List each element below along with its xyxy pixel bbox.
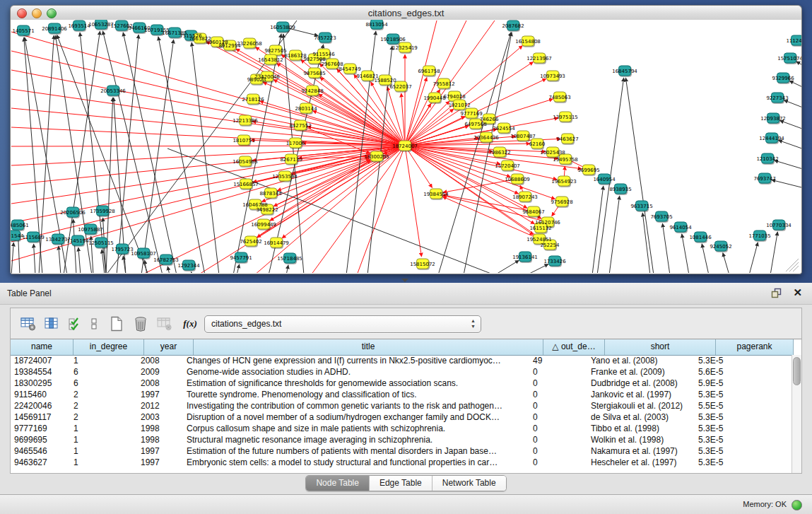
table-cell[interactable]: Nakamura et al. (1997) [587, 445, 695, 457]
table-cell[interactable]: 2 [70, 389, 137, 400]
vertical-scrollbar[interactable] [792, 355, 801, 473]
column-header-in_degree[interactable]: in_degree [73, 339, 144, 355]
table-row[interactable]: 1456911722003Disruption of a novel membe… [11, 411, 792, 423]
table-cell[interactable]: 2 [70, 400, 137, 411]
table-cell[interactable]: Investigating the contribution of common… [183, 400, 529, 411]
table-cell[interactable]: 5.5E-5 [695, 400, 769, 411]
column-header-title[interactable]: title [194, 339, 543, 355]
network-graph[interactable]: 1872400714055712089140616935141065328715… [11, 20, 801, 273]
table-cell[interactable]: 2003 [137, 411, 183, 423]
table-settings-icon[interactable] [19, 315, 37, 332]
close-panel-icon[interactable]: ✕ [793, 286, 802, 299]
table-cell[interactable]: Estimation of the future numbers of pati… [183, 445, 529, 457]
table-cell[interactable]: 5.3E-5 [695, 389, 769, 400]
table-cell[interactable]: 2008 [137, 378, 183, 389]
table-cell[interactable]: Changes of HCN gene expression and I(f) … [183, 355, 529, 366]
table-cell[interactable]: 6 [70, 366, 137, 378]
table-cell[interactable]: 1 [70, 457, 137, 468]
splitter-handle[interactable] [401, 279, 408, 282]
table-cell[interactable]: Jankovic et al. (1997) [587, 389, 695, 400]
table-cell[interactable]: Tourette syndrome. Phenomenology and cla… [183, 389, 529, 400]
table-cell[interactable]: 9465546 [11, 445, 70, 457]
table-cell[interactable]: 19384554 [11, 366, 70, 378]
table-row[interactable]: 946362711997Embryonic stem cells: a mode… [11, 457, 792, 468]
table-cell[interactable]: 0 [529, 445, 587, 457]
table-row[interactable]: 969969511998Structural magnetic resonanc… [11, 434, 792, 445]
table-cell[interactable]: 0 [529, 400, 587, 411]
table-cell[interactable]: 6 [70, 378, 137, 389]
table-cell[interactable]: 14569117 [11, 411, 70, 423]
table-cell[interactable]: 1 [70, 445, 137, 457]
table-cell[interactable]: Corpus callosum shape and size in male p… [183, 423, 529, 434]
table-selector-combobox[interactable]: citations_edges.txt ▲▼ [204, 315, 481, 333]
table-cell[interactable]: 5.9E-5 [695, 378, 769, 389]
table-cell[interactable]: 0 [529, 434, 587, 445]
table-row[interactable]: 1938455462009Genome-wide association stu… [11, 366, 792, 378]
table-cell[interactable]: Disruption of a novel member of a sodium… [183, 411, 529, 423]
float-panel-icon[interactable] [771, 288, 782, 299]
table-cell[interactable]: 22420046 [11, 400, 70, 411]
table-cell[interactable]: Estimation of significance thresholds fo… [183, 378, 529, 389]
table-cell[interactable]: 9777169 [11, 423, 70, 434]
table-cell[interactable]: 5.3E-5 [695, 423, 769, 434]
column-header-year[interactable]: year [144, 339, 194, 355]
table-cell[interactable]: 0 [529, 389, 587, 400]
table-cell[interactable]: Structural magnetic resonance image aver… [183, 434, 529, 445]
table-row[interactable]: 946554611997Estimation of the future num… [11, 445, 792, 457]
delete-table-icon[interactable] [131, 315, 150, 332]
table-cell[interactable]: 49 [529, 355, 587, 366]
table-cell[interactable]: 2008 [137, 355, 183, 366]
table-cell[interactable]: Embryonic stem cells: a model to study s… [183, 457, 529, 468]
table-cell[interactable]: Franke et al. (2009) [587, 366, 695, 378]
table-row[interactable]: 1830029562008Estimation of significance … [11, 378, 792, 389]
table-cell[interactable]: Hescheler et al. (1997) [587, 457, 695, 468]
table-cell[interactable]: 9115460 [11, 389, 70, 400]
table-cell[interactable]: Tibbo et al. (1998) [587, 423, 695, 434]
table-cell[interactable]: 5.6E-5 [695, 366, 769, 378]
scrollbar-thumb[interactable] [793, 357, 801, 385]
table-cell[interactable]: 2 [70, 411, 137, 423]
table-cell[interactable]: 1 [70, 434, 137, 445]
table-cell[interactable]: 1998 [137, 423, 183, 434]
table-row[interactable]: 911546021997Tourette syndrome. Phenomeno… [11, 389, 792, 400]
table-cell[interactable]: 2012 [137, 400, 183, 411]
table-cell[interactable]: 1997 [137, 457, 183, 468]
table-cell[interactable]: Genome-wide association studies in ADHD. [183, 366, 529, 378]
table-cell[interactable]: 0 [529, 411, 587, 423]
table-cell[interactable]: 0 [529, 366, 587, 378]
tab-network-table[interactable]: Network Table [433, 476, 506, 491]
tab-node-table[interactable]: Node Table [306, 476, 370, 491]
tab-edge-table[interactable]: Edge Table [370, 476, 433, 491]
table-cell[interactable]: 1998 [137, 434, 183, 445]
table-cell[interactable]: 0 [529, 423, 587, 434]
select-all-icon[interactable] [66, 315, 84, 332]
table-cell[interactable]: 5.3E-5 [695, 355, 769, 366]
table-cell[interactable]: 2009 [137, 366, 183, 378]
select-column-icon[interactable] [42, 315, 61, 332]
table-cell[interactable]: 18300295 [11, 378, 70, 389]
table-cell[interactable]: 5.3E-5 [695, 445, 769, 457]
table-cell[interactable]: 18724007 [11, 355, 70, 366]
network-window-titlebar[interactable]: citations_edges.txt [10, 5, 802, 21]
column-header-out_de[interactable]: △ out_de… [543, 339, 605, 355]
table-row[interactable]: 1872400712008Changes of HCN gene express… [11, 355, 792, 366]
unselect-rows-icon[interactable] [88, 315, 100, 332]
table-cell[interactable]: 5.3E-5 [695, 457, 769, 468]
table-cell[interactable]: 0 [529, 378, 587, 389]
table-cell[interactable]: 1997 [137, 445, 183, 457]
memory-indicator-icon[interactable] [792, 500, 802, 510]
table-cell[interactable]: Yano et al. (2008) [587, 355, 695, 366]
column-header-pagerank[interactable]: pagerank [716, 339, 794, 355]
table-cell[interactable]: 9699695 [11, 434, 70, 445]
table-cell[interactable]: Dudbridge et al. (2008) [587, 378, 695, 389]
network-canvas[interactable]: 1872400714055712089140616935141065328715… [10, 20, 802, 274]
table-cell[interactable]: 0 [529, 457, 587, 468]
column-header-short[interactable]: short [605, 339, 716, 355]
new-table-icon[interactable] [107, 315, 126, 332]
resize-grip-icon[interactable] [786, 259, 799, 271]
table-cell[interactable]: 1997 [137, 389, 183, 400]
table-row[interactable]: 2242004622012Investigating the contribut… [11, 400, 792, 411]
table-cell[interactable]: 1 [70, 423, 137, 434]
table-cell[interactable]: de Silva et al. (2003) [587, 411, 695, 423]
table-cell[interactable]: Wolkin et al. (1998) [587, 434, 695, 445]
